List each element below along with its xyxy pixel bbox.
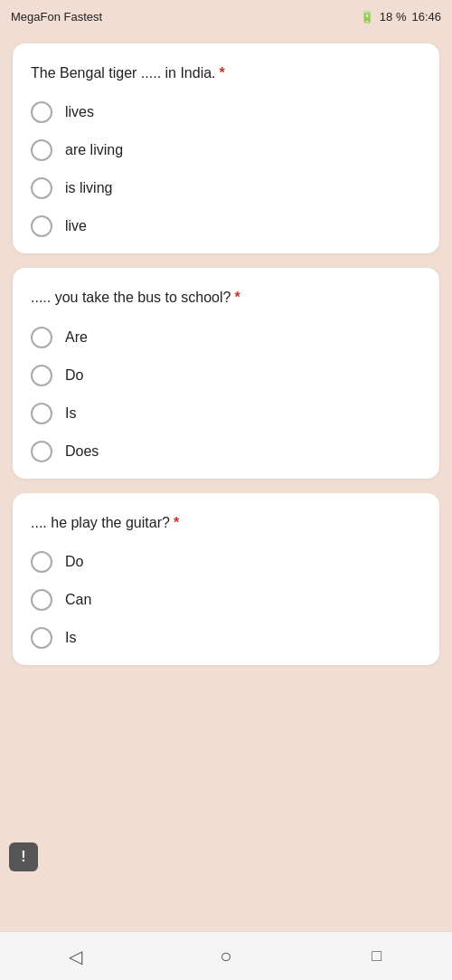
option-label-q1-is-living: is living bbox=[65, 180, 112, 196]
option-q1-live[interactable]: live bbox=[31, 215, 421, 237]
question-text-2: ..... you take the bus to school?* bbox=[31, 288, 421, 308]
radio-q2-do[interactable] bbox=[31, 365, 52, 386]
option-label-q3-is: Is bbox=[65, 630, 76, 646]
battery-indicator: 🔋 bbox=[360, 10, 374, 24]
back-button[interactable]: ◁ bbox=[57, 938, 93, 975]
status-right: 🔋 18 % 16:46 bbox=[360, 10, 441, 24]
content-area: The Bengal tiger ..... in India.* lives … bbox=[0, 33, 452, 931]
options-group-2: Are Do Is Does bbox=[31, 327, 421, 462]
option-q2-does[interactable]: Does bbox=[31, 441, 421, 462]
option-q1-are-living[interactable]: are living bbox=[31, 139, 421, 161]
question-card-3: .... he play the guitar?* Do Can Is bbox=[13, 493, 439, 665]
recents-icon: □ bbox=[372, 947, 381, 966]
back-icon: ◁ bbox=[69, 946, 82, 967]
option-label-q3-do: Do bbox=[65, 554, 83, 570]
options-group-3: Do Can Is bbox=[31, 551, 421, 649]
carrier-text: MegaFon Fastest bbox=[11, 10, 102, 24]
option-q2-are[interactable]: Are bbox=[31, 327, 421, 348]
radio-q1-live[interactable] bbox=[31, 215, 52, 237]
option-label-q2-is: Is bbox=[65, 405, 76, 422]
status-bar: MegaFon Fastest 🔋 18 % 16:46 bbox=[0, 0, 452, 33]
option-q2-is[interactable]: Is bbox=[31, 403, 421, 424]
required-star-2: * bbox=[234, 290, 240, 305]
question-text-1: The Bengal tiger ..... in India.* bbox=[31, 63, 421, 83]
required-star-1: * bbox=[220, 65, 225, 81]
battery-percent: 18 % bbox=[380, 10, 407, 24]
question-card-2: ..... you take the bus to school?* Are D… bbox=[13, 268, 439, 478]
question-card-1: The Bengal tiger ..... in India.* lives … bbox=[13, 43, 439, 253]
option-label-q3-can: Can bbox=[65, 592, 91, 608]
radio-q1-are-living[interactable] bbox=[31, 139, 52, 161]
option-q1-is-living[interactable]: is living bbox=[31, 177, 421, 199]
radio-q2-does[interactable] bbox=[31, 441, 52, 462]
home-button[interactable]: ○ bbox=[208, 938, 244, 975]
home-icon: ○ bbox=[220, 945, 231, 968]
clock: 16:46 bbox=[411, 10, 441, 24]
nav-bar: ◁ ○ □ bbox=[0, 931, 452, 980]
radio-q3-do[interactable] bbox=[31, 551, 52, 573]
feedback-icon: ! bbox=[21, 849, 25, 865]
option-label-q2-are: Are bbox=[65, 329, 88, 346]
option-label-q2-does: Does bbox=[65, 443, 99, 460]
option-q3-is[interactable]: Is bbox=[31, 627, 421, 649]
recents-button[interactable]: □ bbox=[359, 938, 395, 975]
feedback-bubble[interactable]: ! bbox=[9, 842, 38, 871]
option-q2-do[interactable]: Do bbox=[31, 365, 421, 386]
option-label-q1-lives: lives bbox=[65, 104, 94, 120]
radio-q1-lives[interactable] bbox=[31, 101, 52, 123]
option-q1-lives[interactable]: lives bbox=[31, 101, 421, 123]
question-text-3: .... he play the guitar?* bbox=[31, 513, 421, 533]
options-group-1: lives are living is living live bbox=[31, 101, 421, 237]
radio-q2-are[interactable] bbox=[31, 327, 52, 348]
option-label-q2-do: Do bbox=[65, 367, 83, 384]
required-star-3: * bbox=[174, 515, 179, 530]
option-label-q1-live: live bbox=[65, 218, 87, 234]
option-q3-can[interactable]: Can bbox=[31, 589, 421, 611]
option-label-q1-are-living: are living bbox=[65, 142, 123, 158]
radio-q2-is[interactable] bbox=[31, 403, 52, 424]
radio-q3-is[interactable] bbox=[31, 627, 52, 649]
option-q3-do[interactable]: Do bbox=[31, 551, 421, 573]
radio-q1-is-living[interactable] bbox=[31, 177, 52, 199]
radio-q3-can[interactable] bbox=[31, 589, 52, 611]
